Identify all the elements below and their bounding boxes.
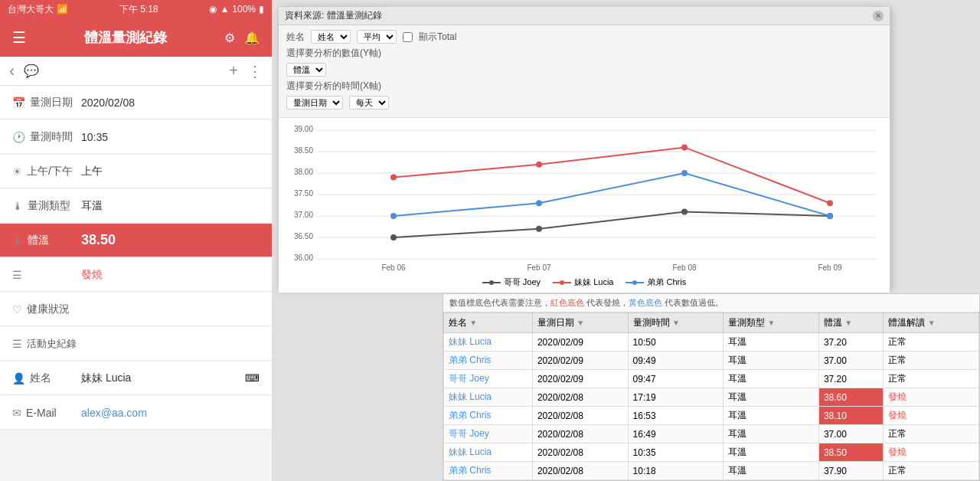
table-note: 數值標底色代表需要注意，紅色底色 代表發燒，黃色底色 代表數值過低。 [443,294,979,312]
filter-icon[interactable]: ⚙ [224,31,235,45]
cell-date: 2020/02/09 [532,352,628,370]
mail-icon: ✉ [12,407,21,419]
form-row-ampm: ☀上午/下午 上午 [0,155,272,188]
cell-date: 2020/02/08 [532,388,628,407]
chart-window: 資料來源: 體溫量測紀錄 ✕ 姓名 姓名 平均 顯示Total 選擇要分析的數值… [278,6,890,290]
cell-date: 2020/02/08 [532,443,628,462]
group-by-label: 姓名 [286,31,305,44]
table-scroll-area[interactable]: 姓名 ▼ 量測日期 ▼ 量測時間 ▼ 量測類型 ▼ 體溫 ▼ 體溫解讀 ▼ 妹妹… [443,312,979,481]
cell-temp: 37.90 [818,462,883,480]
cell-name[interactable]: 妹妹 Lucia [444,333,533,352]
line-chart: 39.00 38.50 38.00 37.50 37.00 36.50 36.0… [286,123,884,272]
window-close-button[interactable]: ✕ [873,11,884,21]
svg-point-23 [632,280,637,285]
email-value[interactable]: alex@aa.com [81,407,260,419]
col-reading[interactable]: 體溫解讀 ▼ [884,313,979,333]
nav-bar: ‹ 💬 + ⋮ [0,57,272,86]
lucia-point-1 [390,175,397,181]
more-icon[interactable]: ⋮ [247,62,263,80]
joey-point-1 [390,234,397,240]
show-total-checkbox[interactable] [403,32,413,42]
cell-date: 2020/02/08 [532,407,628,425]
clock-icon: 🕐 [12,131,25,143]
chart-controls: 姓名 姓名 平均 顯示Total 選擇要分析的數值(Y軸) 體溫 選擇要分析的時… [279,25,890,118]
svg-point-21 [560,280,564,285]
table-row: 妹妹 Lucia2020/02/0810:35耳溫38.50發燒 [444,443,979,462]
back-button[interactable]: ‹ [9,61,15,81]
keyboard-icon[interactable]: ⌨ [245,372,260,384]
col-type[interactable]: 量測類型 ▼ [724,313,819,333]
list-icon-1: ☰ [12,269,22,281]
table-row: 妹妹 Lucia2020/02/0817:19耳溫38.60發燒 [444,388,979,407]
chat-icon[interactable]: 💬 [24,64,39,78]
cell-temp: 37.20 [818,333,883,352]
cell-temp: 37.20 [818,370,883,388]
form-row-activity: ☰活動史紀錄 [0,327,272,361]
cell-reading: 正常 [884,370,979,388]
wifi-icon: 📶 [57,4,68,15]
mobile-app-panel: 台灣大哥大 📶 下午 5:18 ◉ ▲ 100% ▮ ☰ 體溫量測紀錄 ⚙ 🔔 … [0,0,272,481]
x-axis-label: 選擇要分析的時間(X軸) [286,80,381,93]
cell-type: 耳溫 [724,407,819,425]
svg-text:Feb 06: Feb 06 [381,263,406,272]
table-row: 弟弟 Chris2020/02/0909:49耳溫37.00正常 [444,352,979,370]
x-axis-unit-select[interactable]: 每天 [349,96,389,110]
menu-icon[interactable]: ☰ [12,28,26,47]
col-name[interactable]: 姓名 ▼ [444,313,533,333]
svg-text:39.00: 39.00 [294,125,313,133]
therm-icon-1: 🌡 [12,200,23,212]
svg-text:38.50: 38.50 [294,146,313,155]
form-row-temp: 🌡體溫 38.50 [0,224,272,257]
location-icon: ◉ [209,4,217,15]
svg-point-19 [489,280,494,285]
cell-date: 2020/02/08 [532,425,628,443]
fever-label: 發燒 [81,268,260,282]
cell-name[interactable]: 妹妹 Lucia [444,388,533,407]
cell-name[interactable]: 弟弟 Chris [444,352,533,370]
form-row-type: 🌡量測類型 耳溫 [0,189,272,223]
svg-text:Feb 07: Feb 07 [527,263,551,272]
cell-name[interactable]: 哥哥 Joey [444,425,533,443]
joey-point-3 [681,208,688,214]
time-display: 下午 5:18 [119,3,158,16]
cell-time: 09:47 [628,370,724,388]
x-axis-field-select[interactable]: 量測日期 [286,96,343,110]
cell-time: 10:50 [628,333,724,352]
cell-name[interactable]: 弟弟 Chris [444,407,533,425]
lucia-point-3 [681,144,688,150]
signal-icon: ▲ [220,4,229,15]
y-axis-select[interactable]: 體溫 [286,63,326,77]
avg-select[interactable]: 平均 [357,30,397,44]
battery-icon: ▮ [259,4,264,15]
chart-legend: 哥哥 Joey 妹妹 Lucia 弟弟 Chris [286,276,882,288]
cell-time: 09:49 [628,352,724,370]
lucia-point-2 [536,162,542,168]
cell-type: 耳溫 [724,333,819,352]
form-area: 📅量測日期 2020/02/08 🕐量測時間 10:35 ☀上午/下午 上午 🌡… [0,86,272,481]
cell-type: 耳溫 [724,425,819,443]
cell-temp: 38.10 [818,407,883,425]
cell-date: 2020/02/09 [532,333,628,352]
table-panel: 數值標底色代表需要注意，紅色底色 代表發燒，黃色底色 代表數值過低。 姓名 ▼ … [443,293,980,481]
type-value: 耳溫 [81,199,260,213]
cell-name[interactable]: 妹妹 Lucia [444,443,533,462]
cell-temp: 38.50 [818,443,883,462]
legend-lucia: 妹妹 Lucia [574,276,613,288]
col-date[interactable]: 量測日期 ▼ [532,313,628,333]
cell-name[interactable]: 弟弟 Chris [444,462,533,480]
bell-icon[interactable]: 🔔 [244,31,260,45]
carrier-text: 台灣大哥大 [8,3,54,16]
form-row-date: 📅量測日期 2020/02/08 [0,86,272,119]
col-time[interactable]: 量測時間 ▼ [628,313,724,333]
group-by-select[interactable]: 姓名 [311,30,351,44]
cell-time: 10:35 [628,443,724,462]
chris-point-1 [390,213,397,219]
cell-time: 17:19 [628,388,724,407]
cell-time: 10:18 [628,462,724,480]
add-button[interactable]: + [229,62,238,80]
cell-name[interactable]: 哥哥 Joey [444,370,533,388]
col-temp[interactable]: 體溫 ▼ [818,313,883,333]
show-total-label: 顯示Total [419,31,456,44]
time-value: 10:35 [81,131,260,143]
cell-temp: 37.00 [818,425,883,443]
